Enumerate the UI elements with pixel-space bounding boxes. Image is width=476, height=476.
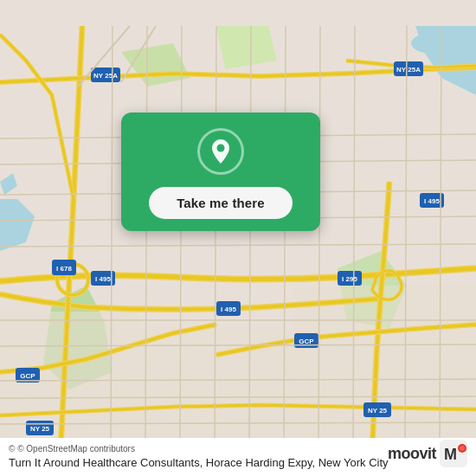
location-icon-wrapper	[197, 128, 244, 175]
svg-text:I 495: I 495	[95, 275, 111, 283]
map-pin-icon	[206, 137, 235, 166]
take-me-there-button[interactable]: Take me there	[149, 187, 293, 219]
svg-text:NY 25A: NY 25A	[396, 66, 421, 74]
svg-text:I 295: I 295	[342, 275, 357, 283]
svg-point-51	[217, 145, 225, 152]
svg-text:GCP: GCP	[20, 372, 35, 380]
svg-text:I 495: I 495	[221, 306, 236, 313]
svg-text:GCP: GCP	[299, 338, 314, 345]
map-container: I 678 I 495 I 495 I 295 I 495 NY 25A NY …	[0, 0, 476, 476]
svg-text:NY 25: NY 25	[368, 407, 388, 415]
svg-point-55	[460, 446, 465, 451]
location-card: Take me there	[121, 113, 320, 231]
svg-text:NY 25: NY 25	[30, 425, 50, 433]
moovit-logo: moovit M	[388, 440, 467, 467]
map-background: I 678 I 495 I 495 I 295 I 495 NY 25A NY …	[0, 0, 476, 476]
moovit-icon: M	[440, 440, 467, 467]
copyright-symbol: ©	[9, 444, 15, 453]
svg-text:M: M	[444, 446, 457, 463]
svg-point-1	[411, 33, 454, 54]
svg-text:NY 25A: NY 25A	[93, 72, 118, 80]
svg-text:I 678: I 678	[56, 265, 72, 273]
attribution-text: © OpenStreetMap contributors	[17, 444, 135, 453]
svg-rect-4	[294, 286, 476, 450]
svg-rect-3	[138, 329, 312, 450]
svg-text:I 495: I 495	[424, 197, 440, 205]
moovit-brand-text: moovit	[388, 445, 436, 463]
